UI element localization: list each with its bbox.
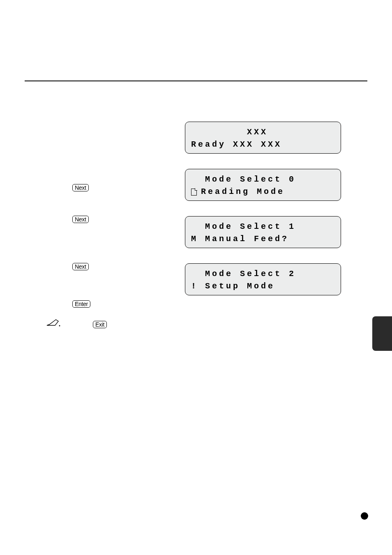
next-key[interactable]: Next — [72, 216, 89, 223]
document-icon — [191, 189, 197, 196]
lcd-line-2-text: Reading Mode — [201, 186, 285, 198]
lcd-display-mode-2: Mode Select 2 ! Setup Mode — [185, 263, 341, 295]
lcd-display-mode-0: Mode Select 0 Reading Mode — [185, 169, 341, 201]
lcd-display-mode-1: Mode Select 1 M Manual Feed? — [185, 216, 341, 248]
lcd-display-ready: XXX Ready XXX XXX — [185, 122, 341, 154]
exit-key[interactable]: Exit — [93, 321, 107, 328]
lcd-line-1: Mode Select 1 — [191, 221, 335, 233]
horizontal-rule — [25, 81, 367, 81]
lcd-line-1: Mode Select 0 — [191, 173, 335, 186]
section-tab — [372, 316, 392, 351]
note-icon — [46, 319, 61, 327]
lcd-line-1: Mode Select 2 — [191, 268, 335, 280]
lcd-line-2: Ready XXX XXX — [191, 138, 335, 151]
manual-page: XXX Ready XXX XXX Mode Select 0 Reading … — [0, 0, 392, 555]
lcd-line-2: M Manual Feed? — [191, 233, 335, 245]
next-key[interactable]: Next — [72, 263, 89, 270]
lcd-line-2: Reading Mode — [191, 186, 335, 198]
next-key[interactable]: Next — [72, 184, 89, 191]
lcd-line-2: ! Setup Mode — [191, 280, 335, 292]
lcd-line-1: XXX — [191, 126, 335, 138]
enter-key[interactable]: Enter — [72, 300, 90, 308]
page-marker-dot — [361, 512, 368, 520]
svg-point-0 — [59, 325, 60, 327]
